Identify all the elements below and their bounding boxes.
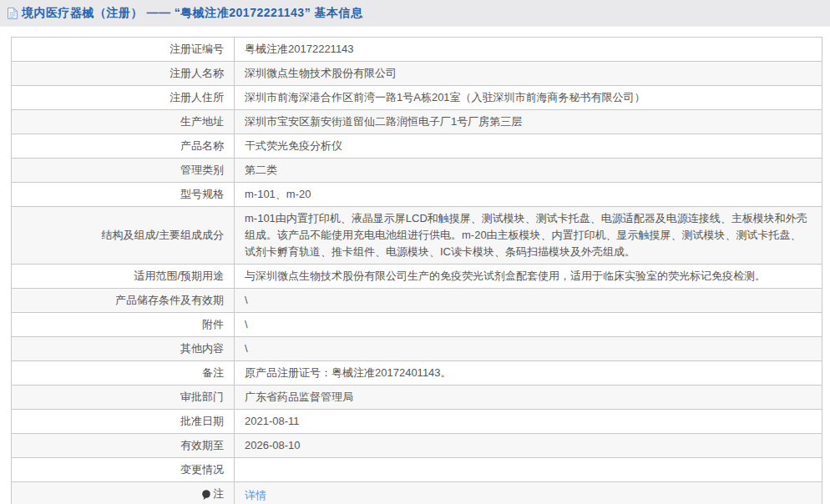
row-value: 深圳微点生物技术股份有限公司 [235, 62, 822, 86]
table-row: 注册人名称 深圳微点生物技术股份有限公司 [12, 62, 822, 86]
table-row: 产品储存条件及有效期 \ [12, 289, 822, 313]
table-row: 变更情况 [12, 458, 822, 482]
row-label-note: 注 [12, 482, 235, 504]
table-row: 有效期至 2026-08-10 [12, 434, 822, 458]
row-label: 有效期至 [12, 434, 235, 458]
row-label: 审批部门 [12, 386, 235, 410]
row-label: 批准日期 [12, 410, 235, 434]
document-icon [7, 7, 18, 20]
row-value-note: 详情 [235, 482, 822, 504]
table-row: 适用范围/预期用途 与深圳微点生物技术股份有限公司生产的免疫荧光试剂盒配套使用，… [12, 265, 822, 289]
row-label: 其他内容 [12, 337, 235, 361]
registration-info-table: 注册证编号 粤械注准20172221143 注册人名称 深圳微点生物技术股份有限… [11, 37, 822, 504]
row-value: 深圳市宝安区新安街道留仙二路润恒电子厂1号厂房第三层 [235, 110, 822, 134]
row-label: 变更情况 [12, 458, 235, 482]
row-label: 附件 [12, 313, 235, 337]
row-value: 深圳市前海深港合作区前湾一路1号A栋201室（入驻深圳市前海商务秘书有限公司） [235, 86, 822, 110]
table-row: 其他内容 \ [12, 337, 822, 361]
row-value: 原产品注册证号：粤械注准20172401143。 [235, 361, 822, 386]
table-row-note: 注 详情 [12, 482, 822, 504]
detail-link[interactable]: 详情 [245, 489, 266, 501]
content-panel: 注册证编号 粤械注准20172221143 注册人名称 深圳微点生物技术股份有限… [0, 26, 830, 504]
row-label: 生产地址 [12, 110, 235, 134]
row-value: 干式荧光免疫分析仪 [235, 134, 822, 159]
table-row: 审批部门 广东省药品监督管理局 [12, 386, 822, 410]
table-row: 注册证编号 粤械注准20172221143 [12, 38, 822, 62]
table-row: 结构及组成/主要组成成分 m-101由内置打印机、液晶显示屏LCD和触摸屏、测试… [12, 207, 822, 265]
row-label: 适用范围/预期用途 [12, 265, 235, 289]
row-label: 注册人住所 [12, 86, 235, 110]
row-value: 2026-08-10 [235, 434, 822, 458]
row-label: 备注 [12, 361, 235, 386]
table-row: 备注 原产品注册证号：粤械注准20172401143。 [12, 361, 822, 386]
table-row: 注册人住所 深圳市前海深港合作区前湾一路1号A栋201室（入驻深圳市前海商务秘书… [12, 86, 822, 110]
row-value: 第二类 [235, 159, 822, 183]
row-value: 与深圳微点生物技术股份有限公司生产的免疫荧光试剂盒配套使用，适用于临床实验室的荧… [235, 265, 822, 289]
row-label: 型号规格 [12, 183, 235, 207]
row-value: 粤械注准20172221143 [235, 38, 822, 62]
row-value: 2021-08-11 [235, 410, 822, 434]
table-row: 生产地址 深圳市宝安区新安街道留仙二路润恒电子厂1号厂房第三层 [12, 110, 822, 134]
row-value: \ [235, 313, 822, 337]
row-value: m-101、m-20 [235, 183, 822, 207]
comment-note-icon [201, 489, 211, 501]
row-value [235, 458, 822, 482]
row-label: 管理类别 [12, 159, 235, 183]
page-header: 境内医疗器械（注册） —— “粤械注准20172221143” 基本信息 [0, 0, 830, 26]
table-row: 型号规格 m-101、m-20 [12, 183, 822, 207]
table-row: 批准日期 2021-08-11 [12, 410, 822, 434]
row-label: 产品储存条件及有效期 [12, 289, 235, 313]
note-label-text: 注 [213, 486, 224, 502]
row-label: 注册证编号 [12, 38, 235, 62]
row-value: 广东省药品监督管理局 [235, 386, 822, 410]
row-label: 产品名称 [12, 134, 235, 159]
row-value: \ [235, 337, 822, 361]
row-label: 结构及组成/主要组成成分 [12, 207, 235, 265]
table-row: 产品名称 干式荧光免疫分析仪 [12, 134, 822, 159]
row-value: m-101由内置打印机、液晶显示屏LCD和触摸屏、测试模块、测试卡托盘、电源适配… [235, 207, 822, 265]
page-title: 境内医疗器械（注册） —— “粤械注准20172221143” 基本信息 [22, 6, 363, 21]
table-row: 管理类别 第二类 [12, 159, 822, 183]
row-label: 注册人名称 [12, 62, 235, 86]
table-row: 附件 \ [12, 313, 822, 337]
row-value: \ [235, 289, 822, 313]
